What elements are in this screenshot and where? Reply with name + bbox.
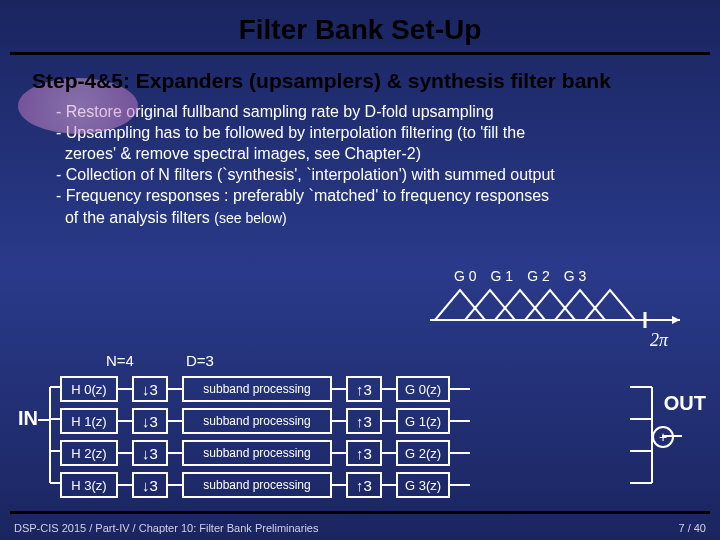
bullet-item: - Upsampling has to be followed by inter… bbox=[56, 122, 680, 143]
page-number: 7 / 40 bbox=[678, 522, 706, 534]
frequency-response-diagram: G 0G 1G 2G 3 2π bbox=[430, 270, 690, 334]
bullet-item: zeroes' & remove spectral images, see Ch… bbox=[56, 143, 680, 164]
analysis-filter-box: H 0(z) bbox=[60, 376, 118, 402]
analysis-filter-box: H 3(z) bbox=[60, 472, 118, 498]
chain-row: H 0(z) ↓3 subband processing ↑3 G 0(z) bbox=[60, 374, 470, 404]
d-label: D=3 bbox=[186, 352, 214, 369]
chain-row: H 3(z) ↓3 subband processing ↑3 G 3(z) bbox=[60, 470, 470, 500]
merge-lines-icon bbox=[630, 374, 690, 524]
subband-processing-box: subband processing bbox=[182, 440, 332, 466]
footer-left: DSP-CIS 2015 / Part-IV / Chapter 10: Fil… bbox=[14, 522, 318, 534]
divider-top bbox=[10, 52, 710, 55]
synthesis-filter-box: G 1(z) bbox=[396, 408, 450, 434]
divider-bottom bbox=[10, 511, 710, 514]
downsampler-box: ↓3 bbox=[132, 440, 168, 466]
see-below-note: (see below) bbox=[214, 210, 286, 226]
subband-processing-box: subband processing bbox=[182, 376, 332, 402]
subband-processing-box: subband processing bbox=[182, 408, 332, 434]
analysis-filter-box: H 1(z) bbox=[60, 408, 118, 434]
upsampler-box: ↑3 bbox=[346, 376, 382, 402]
upsampler-box: ↑3 bbox=[346, 472, 382, 498]
downsampler-box: ↓3 bbox=[132, 472, 168, 498]
svg-marker-1 bbox=[672, 316, 680, 324]
upsampler-box: ↑3 bbox=[346, 408, 382, 434]
downsampler-box: ↓3 bbox=[132, 408, 168, 434]
synthesis-filter-box: G 2(z) bbox=[396, 440, 450, 466]
bullet-item: of the analysis filters (see below) bbox=[56, 207, 680, 228]
analysis-filter-box: H 2(z) bbox=[60, 440, 118, 466]
bullet-item: - Frequency responses : preferably `matc… bbox=[56, 185, 680, 206]
chain-row: H 1(z) ↓3 subband processing ↑3 G 1(z) bbox=[60, 406, 470, 436]
summer-icon: + bbox=[652, 426, 674, 448]
step-subtitle: Step-4&5: Expanders (upsamplers) & synth… bbox=[14, 65, 706, 101]
two-pi-label: 2π bbox=[650, 330, 668, 351]
subband-processing-box: subband processing bbox=[182, 472, 332, 498]
freq-labels: G 0G 1G 2G 3 bbox=[454, 268, 600, 284]
page-title: Filter Bank Set-Up bbox=[0, 0, 720, 52]
synthesis-filter-box: G 0(z) bbox=[396, 376, 450, 402]
bullet-item: - Collection of N filters (`synthesis', … bbox=[56, 164, 680, 185]
input-label: IN bbox=[18, 407, 38, 430]
n-label: N=4 bbox=[106, 352, 134, 369]
synthesis-filter-box: G 3(z) bbox=[396, 472, 450, 498]
downsampler-box: ↓3 bbox=[132, 376, 168, 402]
chain-row: H 2(z) ↓3 subband processing ↑3 G 2(z) bbox=[60, 438, 470, 468]
bullet-item: - Restore original fullband sampling rat… bbox=[56, 101, 680, 122]
upsampler-box: ↑3 bbox=[346, 440, 382, 466]
